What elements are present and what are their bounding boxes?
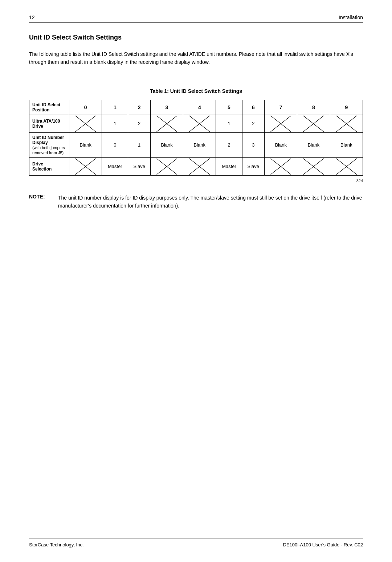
table-caption: Table 1: Unit ID Select Switch Settings	[29, 88, 363, 94]
cell-ata-9	[330, 115, 363, 132]
cell-disp-1: 0	[102, 132, 128, 157]
note-label: NOTE:	[29, 194, 51, 200]
cell-ata-0	[69, 115, 102, 132]
cell-pos-9: 9	[330, 100, 363, 115]
note-section: NOTE: The unit ID number display is for …	[29, 194, 363, 210]
cell-drv-6: Slave	[242, 157, 264, 175]
cell-pos-0: 0	[69, 100, 102, 115]
cell-ata-4	[183, 115, 216, 132]
page-header: 12 Installation	[29, 15, 363, 23]
cell-drv-2: Slave	[128, 157, 150, 175]
cell-drv-3	[150, 157, 183, 175]
note-text: The unit ID number display is for ID dis…	[58, 194, 363, 210]
cell-ata-3	[150, 115, 183, 132]
cell-disp-7: Blank	[265, 132, 297, 157]
switch-settings-table: Unit ID SelectPosition 0 1 2 3 4 5 6 7 8…	[29, 100, 363, 176]
cell-drv-7	[265, 157, 297, 175]
cell-pos-5: 5	[216, 100, 242, 115]
cell-drv-8	[297, 157, 330, 175]
cell-disp-0: Blank	[69, 132, 102, 157]
cell-disp-4: Blank	[183, 132, 216, 157]
cell-disp-3: Blank	[150, 132, 183, 157]
table-row: Unit ID SelectPosition 0 1 2 3 4 5 6 7 8…	[29, 100, 363, 115]
footer-product: DE100i-A100 User's Guide - Rev. C02	[283, 542, 363, 547]
table-row: Unit ID NumberDisplay (with both jumpers…	[29, 132, 363, 157]
row-header-ata: Ultra ATA/100Drive	[29, 115, 69, 132]
cell-pos-7: 7	[265, 100, 297, 115]
page-number: 12	[29, 15, 35, 20]
page-footer: StorCase Technology, Inc. DE100i-A100 Us…	[29, 538, 363, 547]
cell-pos-4: 4	[183, 100, 216, 115]
cell-ata-7	[265, 115, 297, 132]
section-heading: Unit ID Select Switch Settings	[29, 34, 363, 41]
cell-pos-6: 6	[242, 100, 264, 115]
cell-disp-5: 2	[216, 132, 242, 157]
cell-drv-1: Master	[102, 157, 128, 175]
cell-ata-8	[297, 115, 330, 132]
cell-disp-9: Blank	[330, 132, 363, 157]
cell-drv-0	[69, 157, 102, 175]
cell-pos-3: 3	[150, 100, 183, 115]
cell-ata-6: 2	[242, 115, 264, 132]
cell-drv-9	[330, 157, 363, 175]
cell-pos-8: 8	[297, 100, 330, 115]
row-header-drive: DriveSelection	[29, 157, 69, 175]
cell-pos-1: 1	[102, 100, 128, 115]
header-section-title: Installation	[339, 15, 363, 20]
page: 12 Installation Unit ID Select Switch Se…	[0, 0, 392, 562]
row-header-display: Unit ID NumberDisplay (with both jumpers…	[29, 132, 69, 157]
cell-ata-2: 2	[128, 115, 150, 132]
footer-company: StorCase Technology, Inc.	[29, 542, 84, 547]
table-row: DriveSelection Master Slave	[29, 157, 363, 175]
cell-drv-5: Master	[216, 157, 242, 175]
cell-drv-4	[183, 157, 216, 175]
row-header-position: Unit ID SelectPosition	[29, 100, 69, 115]
cell-pos-2: 2	[128, 100, 150, 115]
figure-number: 824	[29, 179, 363, 183]
cell-disp-2: 1	[128, 132, 150, 157]
cell-ata-5: 1	[216, 115, 242, 132]
table-row: Ultra ATA/100Drive 1 2	[29, 115, 363, 132]
cell-ata-1: 1	[102, 115, 128, 132]
cell-disp-6: 3	[242, 132, 264, 157]
body-text: The following table lists the Unit ID Se…	[29, 50, 363, 66]
cell-disp-8: Blank	[297, 132, 330, 157]
